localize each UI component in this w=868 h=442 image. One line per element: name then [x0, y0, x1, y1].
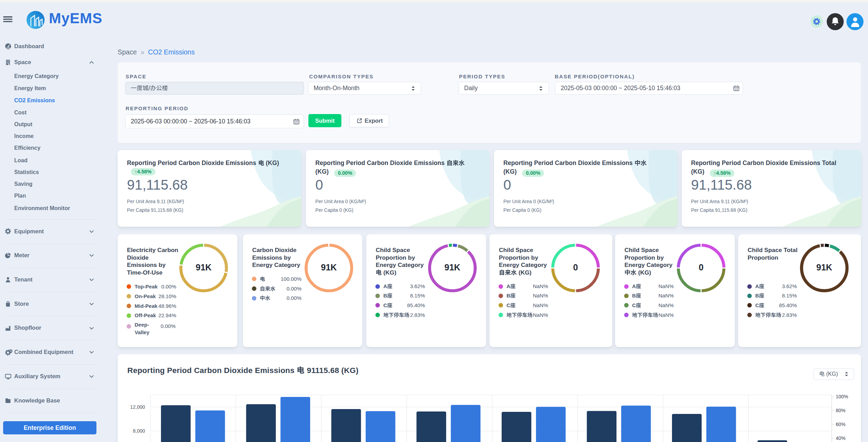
svg-text:60%: 60% — [836, 422, 845, 427]
svg-text:8,000: 8,000 — [133, 428, 145, 434]
svg-text:12,000: 12,000 — [130, 404, 145, 410]
svg-text:80%: 80% — [836, 408, 845, 413]
svg-text:40%: 40% — [836, 435, 845, 441]
svg-text:100%: 100% — [836, 394, 848, 399]
